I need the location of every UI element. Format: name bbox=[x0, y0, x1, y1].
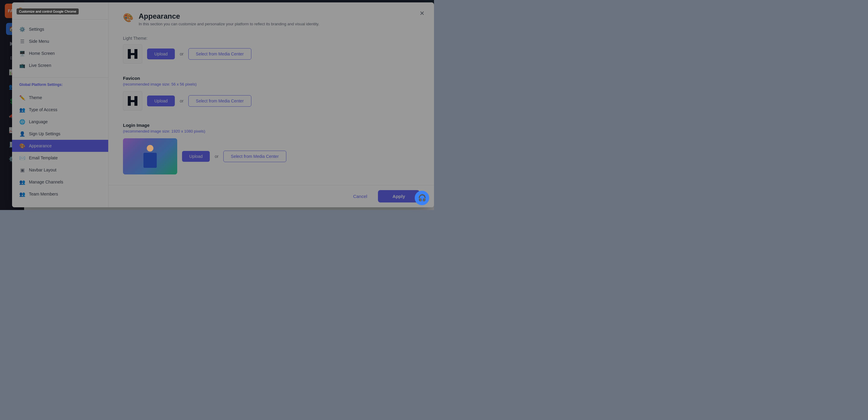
chrome-tooltip: Customize and control Google Chrome bbox=[17, 8, 79, 14]
modal-overlay-bg bbox=[0, 0, 434, 210]
person-head bbox=[147, 145, 153, 152]
support-button[interactable]: 🎧 bbox=[415, 191, 429, 205]
person-figure bbox=[144, 145, 157, 168]
person-body bbox=[144, 153, 157, 168]
